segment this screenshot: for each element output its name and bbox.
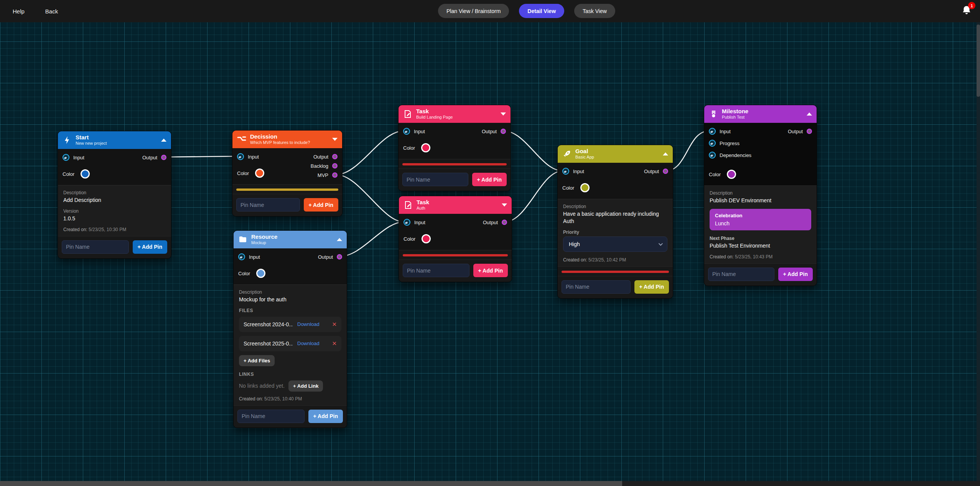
color-swatch[interactable] [727,170,736,179]
pin-name-input[interactable] [62,240,129,254]
node-task-auth-header[interactable]: Task Auth [399,196,512,214]
add-pin-button[interactable]: + Add Pin [634,280,669,294]
medal-icon [709,109,718,119]
pin-name-input[interactable] [236,198,300,212]
output-pin[interactable] [807,129,812,134]
created-on: Created on: 5/23/25, 10:42 PM [563,257,667,263]
dependencies-pin[interactable] [709,152,716,159]
color-swatch[interactable] [255,169,264,178]
next-phase-value[interactable]: Publish Test Environment [710,242,811,250]
links-section-label: LINKS [239,372,341,377]
node-milestone-header[interactable]: Milestone Publish Test [704,105,817,123]
back-link[interactable]: Back [45,8,58,15]
input-pin[interactable] [403,128,410,135]
node-task-auth[interactable]: Task Auth Input Output Color + Add Pin [399,196,512,282]
color-swatch[interactable] [422,234,431,243]
notifications-bell[interactable]: 1 [961,5,974,18]
remove-file-icon[interactable]: ✕ [332,321,337,328]
download-link[interactable]: Download [297,321,320,327]
node-decission-header[interactable]: Decission Which MVP features to include? [232,131,342,148]
input-label: Input [414,129,425,134]
pin-name-input[interactable] [237,410,305,423]
output-pin[interactable] [332,154,338,159]
plan-view-button[interactable]: Plan View / Brainstorm [438,4,509,18]
no-links-text: No links added yet. [239,383,285,389]
output-pin[interactable] [663,169,668,174]
description-value[interactable]: Add Description [63,197,166,204]
output-label: Output [313,154,328,160]
color-swatch[interactable] [580,183,590,192]
download-link[interactable]: Download [297,341,320,346]
description-value[interactable]: Mockup for the auth [239,296,341,303]
input-pin[interactable] [63,154,69,161]
node-resource[interactable]: Resource Mockup Input Output Color Descr… [233,230,347,428]
node-subtitle: Basic App [575,155,594,160]
output-pin[interactable] [337,254,342,260]
progress-bar [403,254,508,256]
node-goal-header[interactable]: Goal Basic App [558,145,673,163]
output-pin[interactable] [501,129,506,134]
description-value[interactable]: Have a basic application ready including… [563,210,667,225]
output-pin[interactable] [161,155,166,160]
input-pin[interactable] [709,128,716,135]
collapse-icon[interactable] [337,238,342,241]
collapse-icon[interactable] [807,112,812,116]
output-label: Output [142,155,157,160]
priority-select[interactable]: High [563,236,667,252]
collapse-icon[interactable] [502,203,507,207]
color-swatch[interactable] [421,143,430,152]
vertical-scrollbar-track[interactable] [977,22,980,481]
celebration-value: Lunch [715,220,806,226]
collapse-icon[interactable] [161,139,166,142]
color-swatch[interactable] [256,269,265,278]
node-decission[interactable]: Decission Which MVP features to include?… [232,130,343,217]
add-files-button[interactable]: + Add Files [239,355,275,366]
pin-name-input[interactable] [402,173,468,186]
version-value[interactable]: 1.0.5 [63,215,166,222]
pin-name-input[interactable] [562,280,631,294]
collapse-icon[interactable] [501,112,506,116]
node-resource-header[interactable]: Resource Mockup [234,231,347,248]
node-start-header[interactable]: Start New new project [58,131,171,149]
node-subtitle: Build Landing Page [416,115,453,120]
input-pin[interactable] [562,168,569,175]
collapse-icon[interactable] [332,138,338,141]
add-pin-button[interactable]: + Add Pin [778,268,813,281]
pin-name-input[interactable] [708,268,774,281]
input-pin[interactable] [404,219,410,226]
add-pin-button[interactable]: + Add Pin [472,173,507,186]
add-pin-button[interactable]: + Add Pin [473,264,508,277]
rocket-icon [562,149,572,159]
add-pin-button[interactable]: + Add Pin [133,240,167,254]
horizontal-scrollbar-track[interactable] [0,481,980,486]
vertical-scrollbar-thumb[interactable] [977,25,980,97]
add-link-button[interactable]: + Add Link [288,380,323,392]
output-pin[interactable] [502,220,507,225]
task-document-icon [404,200,413,210]
collapse-icon[interactable] [663,152,668,155]
add-pin-button[interactable]: + Add Pin [308,410,343,423]
node-task-landing[interactable]: Task Build Landing Page Input Output Col… [398,105,511,191]
pin-name-input[interactable] [403,264,469,277]
add-pin-button[interactable]: + Add Pin [304,198,338,212]
node-start[interactable]: Start New new project Input Output Color… [58,131,171,259]
color-swatch[interactable] [81,169,90,179]
backlog-pin[interactable] [332,163,338,169]
color-label: Color [562,185,574,191]
node-milestone[interactable]: Milestone Publish Test Input Progress De… [704,105,817,286]
description-value[interactable]: Publish DEV Environment [710,197,811,204]
node-title: Goal [575,148,594,155]
input-pin[interactable] [237,153,244,160]
horizontal-scrollbar-thumb[interactable] [0,481,622,486]
help-link[interactable]: Help [13,8,25,15]
detail-view-button[interactable]: Detail View [519,4,564,18]
remove-file-icon[interactable]: ✕ [332,340,337,347]
celebration-box: Celebration Lunch [710,209,811,230]
mvp-pin[interactable] [332,172,338,178]
input-pin[interactable] [238,253,245,260]
node-task-landing-header[interactable]: Task Build Landing Page [399,105,511,123]
task-view-button[interactable]: Task View [574,4,615,18]
node-goal[interactable]: Goal Basic App Input Output Color Descri… [557,145,673,299]
progress-pin[interactable] [709,140,716,147]
color-label: Color [237,170,249,176]
